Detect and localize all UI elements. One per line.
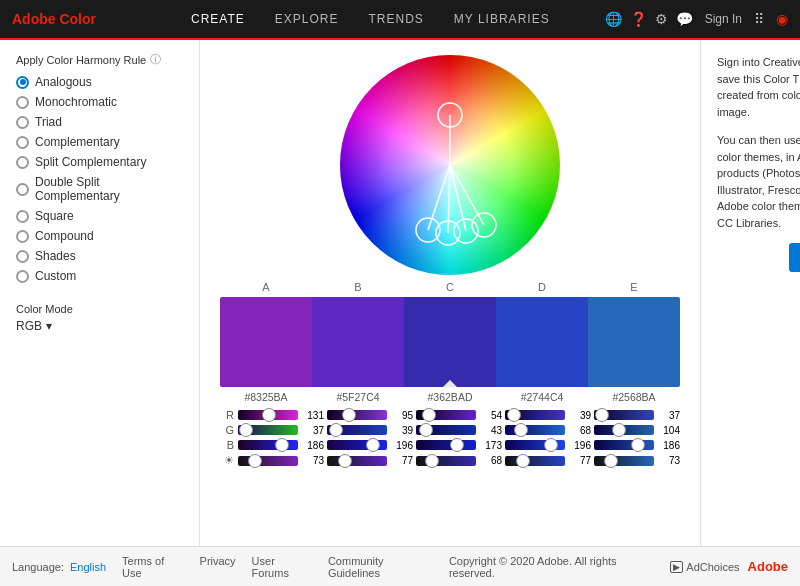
logo: Adobe Color xyxy=(12,11,96,27)
rule-square[interactable]: Square xyxy=(16,209,183,223)
r-track-c[interactable] xyxy=(416,410,476,420)
bright-track-e[interactable] xyxy=(594,456,654,466)
r-val-c: 54 xyxy=(478,410,502,421)
b-val-e: 186 xyxy=(656,440,680,451)
bright-track-a[interactable] xyxy=(238,456,298,466)
ad-choices[interactable]: ▶ AdChoices xyxy=(670,561,739,573)
right-desc-2: You can then use your saved color themes… xyxy=(717,132,800,231)
save-button[interactable]: Save xyxy=(789,243,800,272)
bright-thumb-c[interactable] xyxy=(425,454,439,468)
swatches-row xyxy=(220,297,680,387)
hex-b[interactable]: #5F27C4 xyxy=(312,391,404,403)
rule-split-complementary[interactable]: Split Complementary xyxy=(16,155,183,169)
g-track-e[interactable] xyxy=(594,425,654,435)
bright-track-d[interactable] xyxy=(505,456,565,466)
r-thumb-e[interactable] xyxy=(595,408,609,422)
swatch-a[interactable] xyxy=(220,297,312,387)
g-thumb-e[interactable] xyxy=(612,423,626,437)
hex-c[interactable]: #362BAD xyxy=(404,391,496,403)
b-thumb-c[interactable] xyxy=(450,438,464,452)
language-link[interactable]: English xyxy=(70,561,106,573)
rule-compound[interactable]: Compound xyxy=(16,229,183,243)
bright-track-c[interactable] xyxy=(416,456,476,466)
g-thumb-c[interactable] xyxy=(419,423,433,437)
hex-e[interactable]: #2568BA xyxy=(588,391,680,403)
g-val-e: 104 xyxy=(656,425,680,436)
g-thumb-d[interactable] xyxy=(514,423,528,437)
globe-icon[interactable]: 🌐 xyxy=(605,11,622,27)
footer: Language: English Terms of Use Privacy U… xyxy=(0,546,800,586)
r-val-e: 37 xyxy=(656,410,680,421)
footer-left: Language: English xyxy=(12,561,106,573)
wheel-lines-svg xyxy=(340,55,560,275)
g-track-a[interactable] xyxy=(238,425,298,435)
g-track-b[interactable] xyxy=(327,425,387,435)
nav-explore[interactable]: EXPLORE xyxy=(275,12,339,26)
nav-create[interactable]: CREATE xyxy=(191,12,245,26)
r-thumb-c[interactable] xyxy=(422,408,436,422)
g-track-d[interactable] xyxy=(505,425,565,435)
r-track-b[interactable] xyxy=(327,410,387,420)
rule-triad[interactable]: Triad xyxy=(16,115,183,129)
radio-square xyxy=(16,210,29,223)
g-track-c[interactable] xyxy=(416,425,476,435)
swatch-b[interactable] xyxy=(312,297,404,387)
g-slider-a-wrap: 37 xyxy=(238,425,324,436)
terms-link[interactable]: Terms of Use xyxy=(122,555,183,579)
r-track-d[interactable] xyxy=(505,410,565,420)
r-thumb-d[interactable] xyxy=(507,408,521,422)
b-track-a[interactable] xyxy=(238,440,298,450)
privacy-link[interactable]: Privacy xyxy=(200,555,236,579)
rule-shades[interactable]: Shades xyxy=(16,249,183,263)
bright-val-e: 73 xyxy=(656,455,680,466)
b-thumb-e[interactable] xyxy=(631,438,645,452)
rule-monochromatic[interactable]: Monochromatic xyxy=(16,95,183,109)
bright-thumb-b[interactable] xyxy=(338,454,352,468)
r-thumb-a[interactable] xyxy=(262,408,276,422)
b-thumb-d[interactable] xyxy=(544,438,558,452)
nav-trends[interactable]: TRENDS xyxy=(368,12,423,26)
settings-icon[interactable]: ⚙ xyxy=(655,11,668,27)
hex-d[interactable]: #2744C4 xyxy=(496,391,588,403)
rule-complementary[interactable]: Complementary xyxy=(16,135,183,149)
swatch-c[interactable] xyxy=(404,297,496,387)
rule-custom[interactable]: Custom xyxy=(16,269,183,283)
swatch-e[interactable] xyxy=(588,297,680,387)
b-thumb-b[interactable] xyxy=(366,438,380,452)
chat-icon[interactable]: 💬 xyxy=(676,11,693,27)
b-thumb-a[interactable] xyxy=(275,438,289,452)
footer-right: ▶ AdChoices Adobe xyxy=(670,559,788,574)
b-track-d[interactable] xyxy=(505,440,565,450)
color-mode-section: Color Mode RGB ▾ xyxy=(16,303,183,333)
nav-libraries[interactable]: MY LIBRARIES xyxy=(454,12,550,26)
bright-thumb-e[interactable] xyxy=(604,454,618,468)
g-thumb-b[interactable] xyxy=(329,423,343,437)
apps-icon[interactable]: ⠿ xyxy=(754,11,764,27)
bright-thumb-a[interactable] xyxy=(248,454,262,468)
slider-row-b: B 186 196 xyxy=(220,439,680,451)
r-thumb-b[interactable] xyxy=(342,408,356,422)
info-icon[interactable]: ⓘ xyxy=(150,52,161,67)
forums-link[interactable]: User Forums xyxy=(252,555,312,579)
b-track-e[interactable] xyxy=(594,440,654,450)
guidelines-link[interactable]: Community Guidelines xyxy=(328,555,433,579)
g-thumb-a[interactable] xyxy=(239,423,253,437)
color-wheel[interactable] xyxy=(340,55,560,275)
help-icon[interactable]: ❓ xyxy=(630,11,647,27)
r-track-a[interactable] xyxy=(238,410,298,420)
color-mode-select[interactable]: RGB ▾ xyxy=(16,319,183,333)
b-track-c[interactable] xyxy=(416,440,476,450)
rule-double-split[interactable]: Double Split Complementary xyxy=(16,175,183,203)
swatch-d[interactable] xyxy=(496,297,588,387)
b-track-b[interactable] xyxy=(327,440,387,450)
hex-a[interactable]: #8325BA xyxy=(220,391,312,403)
bright-label: ☀ xyxy=(220,454,234,467)
b-slider-d-wrap: 196 xyxy=(505,440,591,451)
bright-thumb-d[interactable] xyxy=(516,454,530,468)
bright-track-b[interactable] xyxy=(327,456,387,466)
g-sliders: 37 39 43 xyxy=(238,425,680,436)
adobe-icon[interactable]: ◉ xyxy=(776,11,788,27)
r-track-e[interactable] xyxy=(594,410,654,420)
signin-link[interactable]: Sign In xyxy=(705,12,742,26)
rule-analogous[interactable]: Analogous xyxy=(16,75,183,89)
